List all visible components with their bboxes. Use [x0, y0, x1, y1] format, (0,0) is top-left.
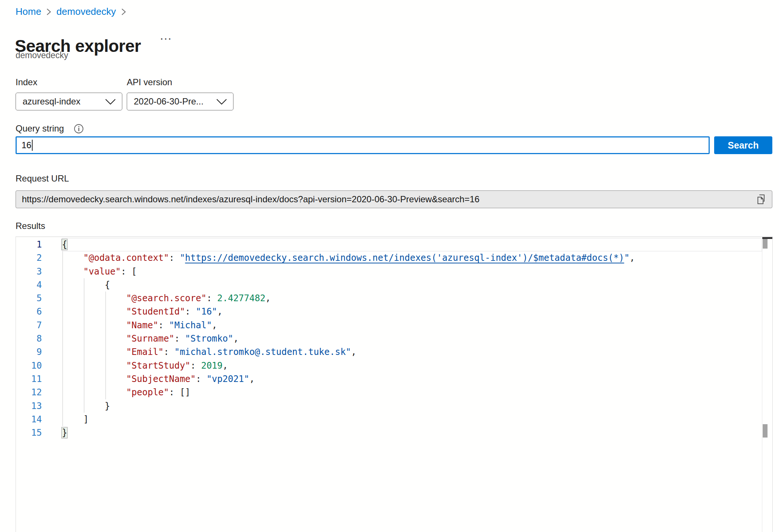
search-button[interactable]: Search: [714, 136, 772, 154]
line-number: 7: [16, 319, 51, 332]
breadcrumb: Home demovedecky: [16, 6, 126, 17]
code-text: "@odata.context": "https://demovedecky.s…: [51, 251, 635, 265]
line-number: 6: [16, 305, 51, 318]
code-text: {: [51, 278, 110, 292]
request-url-label: Request URL: [16, 173, 69, 184]
page-subtitle: demovedecky: [16, 50, 68, 60]
indent-guide: [105, 292, 106, 399]
results-json-editor[interactable]: 1{2 "@odata.context": "https://demovedec…: [16, 236, 773, 532]
index-label: Index: [16, 77, 37, 87]
code-lines: 1{2 "@odata.context": "https://demovedec…: [16, 238, 762, 532]
code-line[interactable]: 13 }: [16, 399, 762, 413]
line-number: 13: [16, 399, 51, 413]
request-url-value: https://demovedecky.search.windows.net/i…: [22, 194, 756, 205]
code-text: ]: [51, 413, 89, 426]
overview-ruler-bracket-marker: [763, 424, 768, 438]
code-line[interactable]: 7 "Name": "Michal",: [16, 319, 762, 332]
line-number: 15: [16, 426, 51, 439]
code-line[interactable]: 15}: [16, 426, 762, 439]
line-number: 10: [16, 359, 51, 372]
code-text: {: [51, 238, 67, 251]
code-line[interactable]: 9 "Email": "michal.stromko@.student.tuke…: [16, 345, 762, 359]
results-label: Results: [16, 221, 45, 231]
api-version-dropdown-value: 2020-06-30-Pre...: [134, 96, 203, 107]
line-number: 9: [16, 345, 51, 359]
api-version-dropdown[interactable]: 2020-06-30-Pre...: [127, 93, 233, 110]
code-text: "Surname": "Stromko",: [51, 332, 239, 345]
chevron-right-icon: [46, 8, 51, 16]
request-url-field[interactable]: https://demovedecky.search.windows.net/i…: [16, 190, 772, 208]
code-line[interactable]: 3 "value": [: [16, 265, 762, 278]
code-text: "Name": "Michal",: [51, 319, 217, 332]
line-number: 12: [16, 386, 51, 399]
indent-guide: [62, 251, 63, 426]
line-number: 14: [16, 413, 51, 426]
breadcrumb-home-link[interactable]: Home: [16, 6, 41, 17]
api-version-label: API version: [127, 77, 172, 87]
code-line[interactable]: 6 "StudentId": "16",: [16, 305, 762, 318]
text-cursor: [32, 140, 33, 151]
chevron-right-icon: [121, 8, 126, 16]
breadcrumb-demovedecky-link[interactable]: demovedecky: [56, 6, 116, 17]
code-text: "SubjectName": "vp2021",: [51, 372, 255, 386]
code-line[interactable]: 4 {: [16, 278, 762, 292]
code-line[interactable]: 1{: [16, 238, 762, 251]
code-line[interactable]: 14 ]: [16, 413, 762, 426]
code-line[interactable]: 2 "@odata.context": "https://demovedecky…: [16, 251, 762, 265]
info-icon[interactable]: [74, 124, 84, 134]
more-options-button[interactable]: …: [159, 28, 173, 43]
line-number: 3: [16, 265, 51, 278]
chevron-down-icon: [216, 99, 227, 105]
code-text: }: [51, 399, 110, 413]
scrollbar-thumb[interactable]: [763, 239, 768, 249]
code-text: "people": []: [51, 386, 190, 399]
code-line[interactable]: 12 "people": []: [16, 386, 762, 399]
code-text: "StartStudy": 2019,: [51, 359, 228, 372]
copy-icon: [756, 194, 766, 205]
index-dropdown-value: azuresql-index: [23, 96, 80, 107]
chevron-down-icon: [105, 99, 116, 105]
code-line[interactable]: 5 "@search.score": 2.4277482,: [16, 292, 762, 305]
query-string-label: Query string: [16, 123, 64, 134]
code-text: "StudentId": "16",: [51, 305, 223, 318]
code-text: }: [51, 426, 67, 439]
line-number: 1: [16, 238, 51, 251]
code-line[interactable]: 11 "SubjectName": "vp2021",: [16, 372, 762, 386]
index-dropdown[interactable]: azuresql-index: [16, 93, 122, 110]
search-explorer-page: Home demovedecky Search explorer … demov…: [0, 0, 779, 532]
query-string-value: 16: [21, 140, 32, 150]
editor-scrollbar[interactable]: [762, 237, 772, 532]
code-text: "Email": "michal.stromko@.student.tuke.s…: [51, 345, 357, 359]
code-line[interactable]: 10 "StartStudy": 2019,: [16, 359, 762, 372]
line-number: 11: [16, 372, 51, 386]
line-number: 5: [16, 292, 51, 305]
line-number: 2: [16, 251, 51, 265]
line-number: 4: [16, 278, 51, 292]
query-string-input[interactable]: 16: [16, 136, 710, 154]
copy-button[interactable]: [756, 193, 767, 205]
code-text: "value": [: [51, 265, 137, 278]
indent-guide: [84, 278, 84, 413]
code-line[interactable]: 8 "Surname": "Stromko",: [16, 332, 762, 345]
line-number: 8: [16, 332, 51, 345]
